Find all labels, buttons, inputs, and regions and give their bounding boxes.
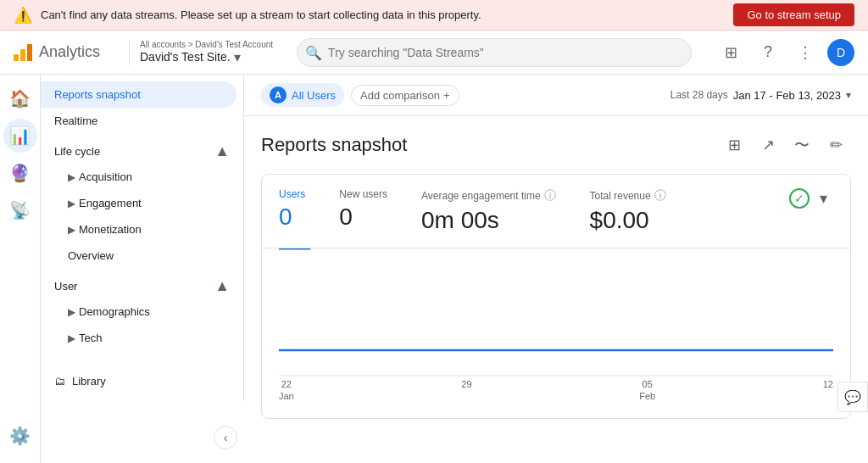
error-icon: ⚠️ [14, 6, 32, 25]
add-comparison-button[interactable]: Add comparison + [351, 85, 459, 106]
chevron-down-icon: ▾ [234, 49, 241, 65]
plus-icon: + [443, 89, 450, 102]
icon-nav: 🏠 📊 🔮 📡 ⚙️ [0, 75, 41, 463]
search-icon: 🔍 [305, 44, 322, 60]
chart-labels: 22Jan 29 05Feb 12 [279, 379, 833, 401]
lifecycle-collapse-button[interactable]: ▲ [214, 142, 230, 160]
sidebar-item-demographics[interactable]: ▶ Demographics [61, 298, 236, 325]
metric-new-users-label: New users [339, 188, 387, 200]
app-name: Analytics [39, 43, 100, 61]
chart-label-jan29: 29 [461, 379, 471, 401]
user-children: ▶ Demographics ▶ Tech [41, 298, 243, 351]
apps-button[interactable]: ⊞ [715, 37, 746, 68]
arrow-icon: ▶ [68, 224, 75, 236]
reports-actions: ⊞ ↗ 〜 ✏ [719, 130, 851, 160]
line-chart [279, 248, 833, 393]
error-bar: ⚠️ Can't find any data streams. Please s… [0, 0, 868, 31]
lifecycle-children: ▶ Acquisition ▶ Engagement ▶ Monetizatio… [41, 164, 243, 269]
arrow-icon: ▶ [68, 332, 75, 344]
user-section-header: User ▲ [41, 269, 243, 298]
logo-area: Analytics [14, 43, 115, 61]
sidebar-item-reports-snapshot[interactable]: Reports snapshot [41, 81, 236, 108]
user-collapse-button[interactable]: ▲ [214, 277, 230, 295]
arrow-icon: ▶ [68, 306, 75, 318]
feedback-button[interactable]: 💬 [837, 382, 868, 412]
reports-title-row: Reports snapshot ⊞ ↗ 〜 ✏ [261, 130, 851, 160]
share-button[interactable]: ↗ [753, 130, 783, 160]
sidebar-collapse-button[interactable]: ‹ [214, 426, 237, 449]
header: Analytics All accounts > David's Test Ac… [0, 31, 868, 75]
main-content: A All Users Add comparison + Last 28 day… [244, 75, 868, 463]
customize-report-button[interactable]: ⊞ [719, 130, 749, 160]
lifecycle-section-header: Life cycle ▲ [41, 134, 243, 164]
metric-users-label: Users [279, 188, 305, 200]
nav-home-button[interactable]: 🏠 [3, 81, 37, 115]
sidebar-item-acquisition[interactable]: ▶ Acquisition [61, 164, 236, 190]
nav-reports-button[interactable]: 📊 [3, 119, 37, 153]
metric-revenue-value: $0.00 [590, 207, 666, 234]
search-input[interactable] [297, 38, 692, 67]
analytics-logo-icon [14, 44, 32, 61]
sidebar-item-overview[interactable]: Overview [61, 243, 236, 269]
all-users-chip[interactable]: A All Users [261, 83, 344, 107]
metrics-row: Users 0 New users 0 Average engagement t… [262, 175, 850, 248]
property-selector[interactable]: David's Test Site. ▾ [140, 49, 273, 65]
sidebar-item-tech[interactable]: ▶ Tech [61, 325, 236, 351]
chart-label-feb12: 12 [823, 379, 833, 401]
chart-label-feb05: 05Feb [639, 379, 655, 401]
sidebar-item-engagement[interactable]: ▶ Engagement [61, 190, 236, 216]
sidebar-item-monetization[interactable]: ▶ Monetization [61, 216, 236, 243]
metric-users-value: 0 [279, 204, 305, 231]
main-layout: 🏠 📊 🔮 📡 ⚙️ Reports snapshot Realtime Lif… [0, 75, 868, 463]
metric-engagement: Average engagement time ⓘ 0m 00s [421, 188, 556, 234]
metric-engagement-value: 0m 00s [421, 207, 556, 234]
account-path: All accounts > David's Test Account [140, 40, 273, 49]
chart-label-jan22: 22Jan [279, 379, 294, 401]
compare-button[interactable]: 〜 [787, 130, 817, 160]
account-area: All accounts > David's Test Account Davi… [129, 40, 273, 65]
reports-title: Reports snapshot [261, 134, 407, 156]
status-check-icon: ✓ [789, 188, 810, 209]
status-dropdown-button[interactable]: ▾ [813, 188, 833, 209]
arrow-icon: ▶ [68, 171, 75, 183]
sidebar-item-realtime[interactable]: Realtime [41, 108, 236, 134]
chart-area: 22Jan 29 05Feb 12 [262, 248, 850, 418]
metrics-card: Users 0 New users 0 Average engagement t… [261, 174, 851, 419]
search-bar: 🔍 [297, 38, 692, 67]
sidebar: Reports snapshot Realtime Life cycle ▲ ▶… [41, 75, 244, 401]
go-to-stream-setup-button[interactable]: Go to stream setup [733, 3, 854, 26]
revenue-help-icon[interactable]: ⓘ [654, 188, 666, 204]
header-actions: ⊞ ? ⋮ D [715, 37, 854, 68]
metric-revenue: Total revenue ⓘ $0.00 [590, 188, 666, 234]
edit-button[interactable]: ✏ [821, 130, 851, 160]
content-header: A All Users Add comparison + Last 28 day… [244, 75, 868, 116]
icon-nav-bottom: ⚙️ [3, 419, 37, 463]
date-range-selector[interactable]: Last 28 days Jan 17 - Feb 13, 2023 ▾ [670, 89, 851, 102]
metric-status-area: ✓ ▾ [789, 188, 833, 209]
chevron-down-icon: ▾ [846, 89, 851, 101]
error-message: Can't find any data streams. Please set … [41, 8, 725, 21]
engagement-help-icon[interactable]: ⓘ [544, 188, 556, 204]
nav-advertising-button[interactable]: 📡 [3, 193, 37, 227]
metric-new-users: New users 0 [339, 188, 387, 231]
avatar[interactable]: D [827, 39, 854, 66]
metric-engagement-label: Average engagement time ⓘ [421, 188, 556, 204]
sidebar-wrapper: Reports snapshot Realtime Life cycle ▲ ▶… [41, 75, 244, 463]
metric-new-users-value: 0 [339, 204, 387, 231]
user-chip-icon: A [270, 86, 287, 103]
nav-settings-button[interactable]: ⚙️ [3, 419, 37, 453]
metric-revenue-label: Total revenue ⓘ [590, 188, 666, 204]
reports-area: Reports snapshot ⊞ ↗ 〜 ✏ Users 0 New use… [244, 116, 868, 432]
metric-users: Users 0 [279, 188, 305, 231]
help-button[interactable]: ? [753, 37, 783, 68]
sidebar-item-library[interactable]: 🗂 Library [41, 368, 243, 394]
more-options-button[interactable]: ⋮ [790, 37, 821, 68]
library-icon: 🗂 [54, 375, 65, 388]
arrow-icon: ▶ [68, 198, 75, 209]
nav-explore-button[interactable]: 🔮 [3, 156, 37, 190]
